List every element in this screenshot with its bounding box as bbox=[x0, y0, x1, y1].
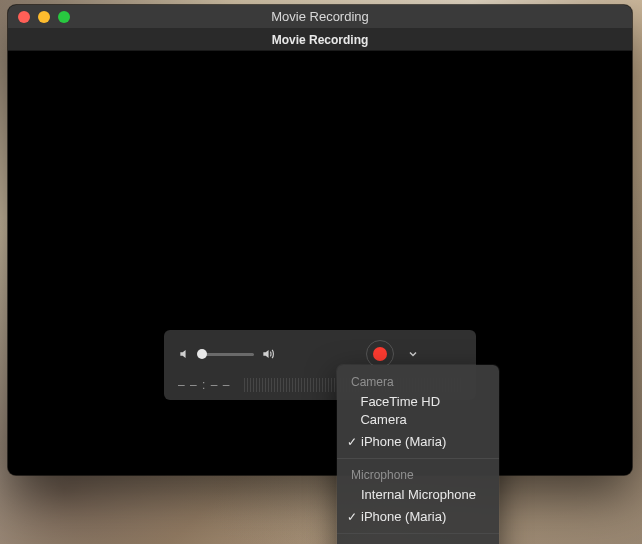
menu-item-mic-iphone[interactable]: ✓ iPhone (Maria) bbox=[337, 506, 499, 528]
options-menu-button[interactable] bbox=[404, 348, 422, 360]
document-title-bar: Movie Recording bbox=[8, 29, 632, 51]
volume-low-icon bbox=[178, 347, 192, 361]
menu-item-label: iPhone (Maria) bbox=[361, 508, 446, 526]
menu-item-camera-facetime[interactable]: ✓ FaceTime HD Camera bbox=[337, 391, 499, 431]
app-window: Movie Recording Movie Recording bbox=[8, 5, 632, 475]
menu-separator bbox=[337, 533, 499, 534]
volume-high-icon bbox=[260, 347, 276, 361]
window-title: Movie Recording bbox=[8, 9, 632, 24]
volume-slider[interactable] bbox=[178, 347, 276, 361]
volume-track[interactable] bbox=[198, 353, 254, 356]
recording-options-menu: Camera ✓ FaceTime HD Camera ✓ iPhone (Ma… bbox=[337, 365, 499, 544]
menu-item-camera-iphone[interactable]: ✓ iPhone (Maria) bbox=[337, 431, 499, 453]
menu-item-label: iPhone (Maria) bbox=[361, 433, 446, 451]
menu-header-camera: Camera bbox=[337, 371, 499, 391]
record-icon bbox=[373, 347, 387, 361]
menu-header-microphone: Microphone bbox=[337, 464, 499, 484]
time-elapsed: – – : – – bbox=[178, 378, 230, 392]
menu-header-quality: Quality bbox=[337, 539, 499, 544]
menu-item-label: Internal Microphone bbox=[361, 486, 476, 504]
document-title: Movie Recording bbox=[272, 33, 369, 47]
menu-separator bbox=[337, 458, 499, 459]
video-preview: – – : – – bbox=[8, 51, 632, 475]
check-icon: ✓ bbox=[345, 433, 359, 451]
check-icon: ✓ bbox=[345, 508, 359, 526]
menu-item-label: FaceTime HD Camera bbox=[360, 393, 485, 429]
volume-thumb[interactable] bbox=[197, 349, 207, 359]
record-button[interactable] bbox=[366, 340, 394, 368]
titlebar[interactable]: Movie Recording bbox=[8, 5, 632, 29]
menu-item-mic-internal[interactable]: ✓ Internal Microphone bbox=[337, 484, 499, 506]
